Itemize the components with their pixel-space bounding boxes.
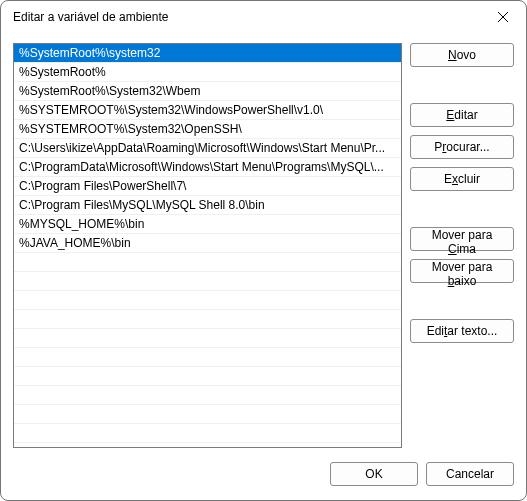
cancel-button[interactable]: Cancelar <box>426 462 514 486</box>
close-icon <box>498 10 508 25</box>
list-item-empty[interactable] <box>14 329 401 348</box>
delete-button[interactable]: Excluir <box>410 167 514 191</box>
list-item-empty[interactable] <box>14 424 401 443</box>
browse-button[interactable]: Procurar... <box>410 135 514 159</box>
ok-button[interactable]: OK <box>330 462 418 486</box>
list-item[interactable]: C:\ProgramData\Microsoft\Windows\Start M… <box>14 158 401 177</box>
edit-text-button[interactable]: Editar texto... <box>410 319 514 343</box>
side-button-column: Novo Editar Procurar... Excluir Mover pa… <box>410 43 514 448</box>
dialog-bottom-row: OK Cancelar <box>13 448 514 488</box>
list-item-empty[interactable] <box>14 405 401 424</box>
main-row: %SystemRoot%\system32%SystemRoot%%System… <box>13 43 514 448</box>
window-title: Editar a variável de ambiente <box>13 10 168 24</box>
edit-button[interactable]: Editar <box>410 103 514 127</box>
path-listbox[interactable]: %SystemRoot%\system32%SystemRoot%%System… <box>13 43 402 448</box>
list-item-empty[interactable] <box>14 348 401 367</box>
list-item-empty[interactable] <box>14 386 401 405</box>
list-item[interactable]: C:\Users\ikize\AppData\Roaming\Microsoft… <box>14 139 401 158</box>
list-item[interactable]: C:\Program Files\PowerShell\7\ <box>14 177 401 196</box>
list-item[interactable]: C:\Program Files\MySQL\MySQL Shell 8.0\b… <box>14 196 401 215</box>
new-button[interactable]: Novo <box>410 43 514 67</box>
list-item[interactable]: %SystemRoot% <box>14 63 401 82</box>
move-down-button[interactable]: Mover para baixo <box>410 259 514 283</box>
path-listbox-inner: %SystemRoot%\system32%SystemRoot%%System… <box>14 44 401 447</box>
list-item-empty[interactable] <box>14 272 401 291</box>
list-item-empty[interactable] <box>14 291 401 310</box>
list-item[interactable]: %MYSQL_HOME%\bin <box>14 215 401 234</box>
list-item[interactable]: %SYSTEMROOT%\System32\OpenSSH\ <box>14 120 401 139</box>
list-item-empty[interactable] <box>14 310 401 329</box>
list-item[interactable]: %SystemRoot%\system32 <box>14 44 401 63</box>
dialog-window: Editar a variável de ambiente %SystemRoo… <box>0 0 527 501</box>
list-item-empty[interactable] <box>14 253 401 272</box>
titlebar: Editar a variável de ambiente <box>1 1 526 33</box>
list-item[interactable]: %SystemRoot%\System32\Wbem <box>14 82 401 101</box>
close-button[interactable] <box>480 1 526 33</box>
dialog-body: %SystemRoot%\system32%SystemRoot%%System… <box>1 33 526 500</box>
move-up-button[interactable]: Mover para Cima <box>410 227 514 251</box>
list-item[interactable]: %SYSTEMROOT%\System32\WindowsPowerShell\… <box>14 101 401 120</box>
list-item[interactable]: %JAVA_HOME%\bin <box>14 234 401 253</box>
list-item-empty[interactable] <box>14 367 401 386</box>
